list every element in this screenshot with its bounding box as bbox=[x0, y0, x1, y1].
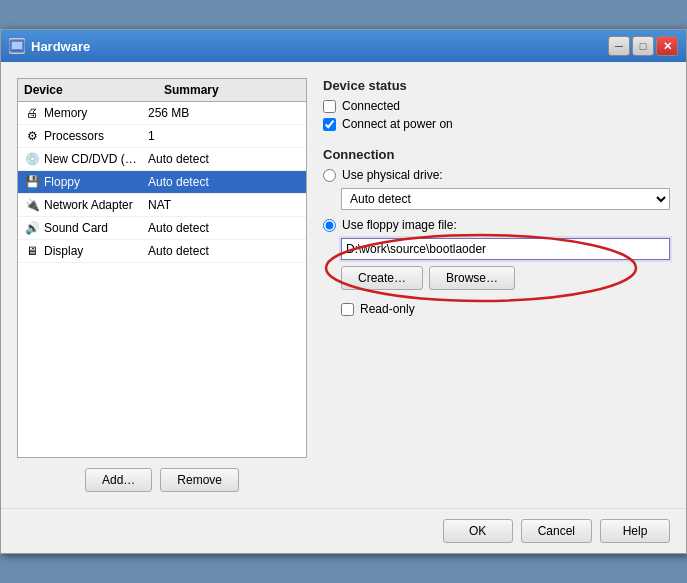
connect-power-checkbox[interactable] bbox=[323, 118, 336, 131]
window-icon bbox=[9, 38, 25, 54]
connection-section: Connection Use physical drive: Auto dete… bbox=[323, 147, 670, 316]
table-row[interactable]: 💾 Floppy Auto detect bbox=[18, 171, 306, 194]
table-row[interactable]: 🔌 Network Adapter NAT bbox=[18, 194, 306, 217]
svg-rect-2 bbox=[12, 50, 22, 51]
table-row[interactable]: ⚙ Processors 1 bbox=[18, 125, 306, 148]
summary-cell-display: Auto detect bbox=[148, 244, 300, 258]
table-actions: Add… Remove bbox=[17, 468, 307, 492]
cancel-button[interactable]: Cancel bbox=[521, 519, 592, 543]
help-button[interactable]: Help bbox=[600, 519, 670, 543]
floppy-image-highlight-container: D:\work\source\bootlaoder Create… Browse… bbox=[323, 238, 670, 296]
close-button[interactable]: ✕ bbox=[656, 36, 678, 56]
summary-cell-processors: 1 bbox=[148, 129, 300, 143]
physical-dropdown-row: Auto detect bbox=[341, 188, 670, 210]
table-row[interactable]: 🖥 Display Auto detect bbox=[18, 240, 306, 263]
device-status-section: Device status Connected Connect at power… bbox=[323, 78, 670, 135]
right-panel: Device status Connected Connect at power… bbox=[323, 78, 670, 492]
create-button[interactable]: Create… bbox=[341, 266, 423, 290]
device-cell-floppy: 💾 Floppy bbox=[24, 174, 148, 190]
floppy-file-row: D:\work\source\bootlaoder bbox=[341, 238, 670, 260]
network-icon: 🔌 bbox=[24, 197, 40, 213]
add-button[interactable]: Add… bbox=[85, 468, 152, 492]
connected-label: Connected bbox=[342, 99, 400, 113]
maximize-button[interactable]: □ bbox=[632, 36, 654, 56]
remove-button[interactable]: Remove bbox=[160, 468, 239, 492]
floppy-icon: 💾 bbox=[24, 174, 40, 190]
device-cell-sound: 🔊 Sound Card bbox=[24, 220, 148, 236]
device-cell-cdrom: 💿 New CD/DVD (… bbox=[24, 151, 148, 167]
title-controls: ─ □ ✕ bbox=[608, 36, 678, 56]
connection-title: Connection bbox=[323, 147, 670, 162]
summary-cell-network: NAT bbox=[148, 198, 300, 212]
device-status-title: Device status bbox=[323, 78, 670, 93]
readonly-row: Read-only bbox=[341, 302, 670, 316]
readonly-checkbox[interactable] bbox=[341, 303, 354, 316]
processor-icon: ⚙ bbox=[24, 128, 40, 144]
table-row[interactable]: 🔊 Sound Card Auto detect bbox=[18, 217, 306, 240]
connected-row: Connected bbox=[323, 99, 670, 113]
physical-drive-label: Use physical drive: bbox=[342, 168, 443, 182]
title-bar: Hardware ─ □ ✕ bbox=[1, 30, 686, 62]
device-cell-processors: ⚙ Processors bbox=[24, 128, 148, 144]
left-panel: Device Summary 🖨 Memory 256 MB ⚙ Process… bbox=[17, 78, 307, 492]
physical-drive-dropdown[interactable]: Auto detect bbox=[341, 188, 670, 210]
title-bar-left: Hardware bbox=[9, 38, 90, 54]
hardware-dialog: Hardware ─ □ ✕ Device Summary 🖨 Memory bbox=[0, 29, 687, 554]
summary-cell-cdrom: Auto detect bbox=[148, 152, 300, 166]
dialog-footer: OK Cancel Help bbox=[1, 508, 686, 553]
connect-power-label: Connect at power on bbox=[342, 117, 453, 131]
floppy-file-buttons: Create… Browse… bbox=[341, 266, 670, 290]
display-icon: 🖥 bbox=[24, 243, 40, 259]
column-header-device: Device bbox=[24, 83, 164, 97]
device-table: Device Summary 🖨 Memory 256 MB ⚙ Process… bbox=[17, 78, 307, 458]
device-cell-memory: 🖨 Memory bbox=[24, 105, 148, 121]
svg-rect-1 bbox=[12, 42, 22, 49]
connected-checkbox[interactable] bbox=[323, 100, 336, 113]
minimize-button[interactable]: ─ bbox=[608, 36, 630, 56]
summary-cell-sound: Auto detect bbox=[148, 221, 300, 235]
physical-drive-radio[interactable] bbox=[323, 169, 336, 182]
floppy-image-label: Use floppy image file: bbox=[342, 218, 457, 232]
browse-button[interactable]: Browse… bbox=[429, 266, 515, 290]
table-row[interactable]: 💿 New CD/DVD (… Auto detect bbox=[18, 148, 306, 171]
connect-power-row: Connect at power on bbox=[323, 117, 670, 131]
physical-drive-row: Use physical drive: bbox=[323, 168, 670, 182]
summary-cell-floppy: Auto detect bbox=[148, 175, 300, 189]
cdrom-icon: 💿 bbox=[24, 151, 40, 167]
window-title: Hardware bbox=[31, 39, 90, 54]
device-cell-display: 🖥 Display bbox=[24, 243, 148, 259]
floppy-file-input[interactable]: D:\work\source\bootlaoder bbox=[341, 238, 670, 260]
main-content: Device Summary 🖨 Memory 256 MB ⚙ Process… bbox=[1, 62, 686, 508]
summary-cell-memory: 256 MB bbox=[148, 106, 300, 120]
table-row[interactable]: 🖨 Memory 256 MB bbox=[18, 102, 306, 125]
device-cell-network: 🔌 Network Adapter bbox=[24, 197, 148, 213]
column-header-summary: Summary bbox=[164, 83, 300, 97]
table-header: Device Summary bbox=[18, 79, 306, 102]
sound-icon: 🔊 bbox=[24, 220, 40, 236]
floppy-image-row: Use floppy image file: bbox=[323, 218, 670, 232]
readonly-label: Read-only bbox=[360, 302, 415, 316]
ok-button[interactable]: OK bbox=[443, 519, 513, 543]
memory-icon: 🖨 bbox=[24, 105, 40, 121]
floppy-image-radio[interactable] bbox=[323, 219, 336, 232]
